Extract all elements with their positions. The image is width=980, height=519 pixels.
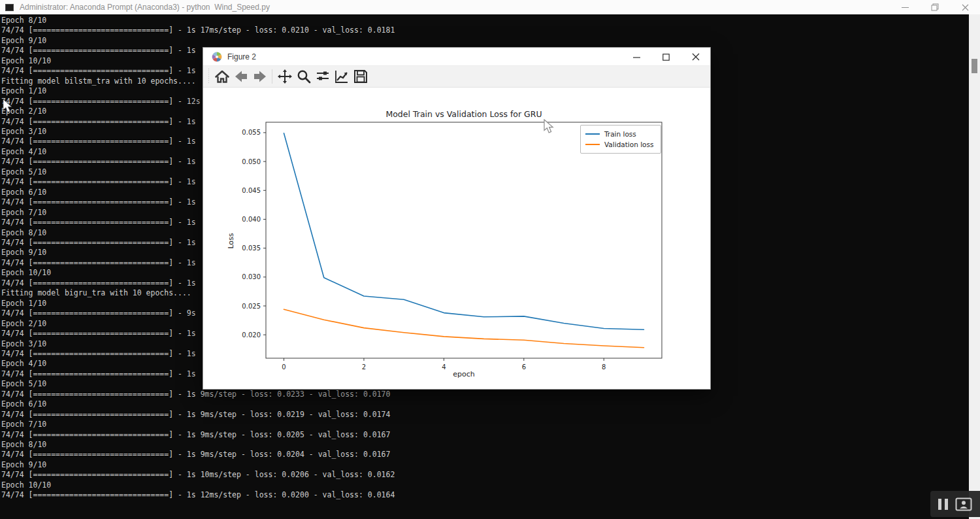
forward-button[interactable]: [250, 67, 269, 86]
terminal-line: Epoch 8/10: [1, 440, 969, 450]
figure-close-button[interactable]: [681, 48, 710, 66]
figure-window: Figure 2: [203, 47, 711, 390]
svg-text:0.030: 0.030: [242, 273, 261, 280]
terminal-line: 74/74 [==============================] -…: [1, 410, 969, 420]
screen: Epoch 8/1074/74 [=======================…: [0, 0, 980, 519]
legend-line-swatch: [585, 144, 600, 145]
terminal-line: Epoch 6/10: [1, 399, 969, 409]
svg-text:0.050: 0.050: [242, 158, 261, 165]
pause-icon[interactable]: [938, 499, 948, 510]
picture-in-picture-icon[interactable]: [955, 497, 972, 511]
zoom-button[interactable]: [294, 67, 313, 86]
line-chart-icon: [334, 69, 350, 84]
back-button[interactable]: [231, 67, 250, 86]
scrollbar-thumb[interactable]: [972, 59, 977, 73]
sliders-icon: [315, 69, 331, 84]
restore-icon: [931, 3, 939, 11]
chart-title: Model Train vs Validation Loss for GRU: [266, 109, 662, 119]
legend-line-swatch: [585, 133, 600, 135]
home-icon: [214, 69, 230, 84]
save-button[interactable]: [351, 67, 370, 86]
svg-text:0.055: 0.055: [242, 129, 261, 136]
save-floppy-icon: [353, 69, 368, 84]
legend-entry: Train loss: [585, 129, 656, 139]
svg-text:0.025: 0.025: [242, 303, 261, 310]
close-icon: [692, 53, 700, 61]
figure-minimize-button[interactable]: [622, 48, 651, 66]
figure-toolbar: [203, 66, 710, 88]
maximize-icon: [662, 54, 670, 61]
matplotlib-logo-icon: [212, 52, 222, 62]
back-arrow-icon: [233, 69, 249, 84]
configure-subplots-button[interactable]: [313, 67, 332, 86]
terminal-line: 74/74 [==============================] -…: [1, 430, 969, 440]
legend-label: Validation loss: [604, 141, 653, 148]
minimize-icon: [902, 4, 909, 11]
terminal-restore-button[interactable]: [920, 0, 950, 14]
terminal-line: Epoch 9/10: [1, 460, 969, 470]
video-controls: [930, 491, 980, 517]
terminal-window-title: Administrator: Anaconda Prompt (Anaconda…: [20, 3, 270, 12]
legend-label: Train loss: [604, 130, 636, 138]
terminal-line: Epoch 7/10: [1, 420, 969, 429]
legend-entry: Validation loss: [585, 139, 656, 150]
close-icon: [962, 4, 969, 11]
terminal-minimize-button[interactable]: [890, 0, 920, 14]
forward-arrow-icon: [252, 69, 268, 84]
terminal-line: Epoch 9/10: [1, 36, 969, 46]
figure-canvas[interactable]: 024680.0200.0250.0300.0350.0400.0450.050…: [203, 88, 710, 389]
svg-text:0.040: 0.040: [242, 216, 261, 223]
terminal-line: 74/74 [==============================] -…: [1, 25, 969, 35]
terminal-line: Epoch 8/10: [1, 16, 969, 25]
terminal-scrollbar[interactable]: [969, 14, 980, 519]
svg-text:0.035: 0.035: [242, 244, 261, 252]
terminal-line: 74/74 [==============================] -…: [1, 390, 969, 399]
magnifier-icon: [296, 69, 312, 84]
figure-titlebar[interactable]: Figure 2: [203, 48, 710, 66]
chart-legend: Train lossValidation loss: [580, 125, 661, 154]
figure-window-title: Figure 2: [227, 52, 256, 61]
toolbar-separator: [272, 69, 272, 84]
figure-maximize-button[interactable]: [651, 48, 681, 66]
minimize-icon: [633, 54, 640, 61]
console-window-icon: [5, 4, 14, 11]
terminal-line: Epoch 10/10: [1, 480, 969, 490]
pan-button[interactable]: [275, 67, 294, 86]
terminal-titlebar: Administrator: Anaconda Prompt (Anaconda…: [0, 0, 980, 14]
chart-y-axis-label: Loss: [227, 233, 235, 248]
home-button[interactable]: [212, 67, 231, 86]
pan-icon: [277, 69, 293, 84]
terminal-line: 74/74 [==============================] -…: [1, 490, 969, 500]
svg-text:0.045: 0.045: [242, 187, 261, 194]
terminal-close-button[interactable]: [950, 0, 980, 14]
toolbar-drag-handle[interactable]: [207, 69, 210, 84]
svg-text:0.020: 0.020: [242, 331, 261, 339]
terminal-line: 74/74 [==============================] -…: [1, 450, 969, 460]
terminal-line: 74/74 [==============================] -…: [1, 470, 969, 480]
edit-parameters-button[interactable]: [332, 67, 351, 86]
chart-x-axis-label: epoch: [266, 370, 662, 378]
